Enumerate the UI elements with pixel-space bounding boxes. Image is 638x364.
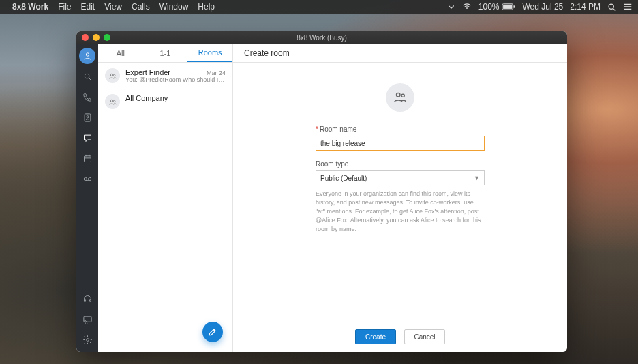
room-item[interactable]: All Company xyxy=(98,89,232,115)
group-avatar-icon xyxy=(105,68,120,83)
rooms-panel: All 1-1 Rooms Expert FinderMar 24 You: @… xyxy=(98,44,233,352)
menu-file[interactable]: File xyxy=(58,2,71,12)
desktop-background: 8x8 Work File Edit View Calls Window Hel… xyxy=(0,0,638,364)
nav-contacts[interactable] xyxy=(79,109,95,125)
room-name-input[interactable] xyxy=(316,136,485,151)
svg-point-4 xyxy=(86,52,89,55)
svg-point-9 xyxy=(84,177,87,180)
app-window: 8x8 Work (Busy) All 1-1 Rooms xyxy=(76,31,567,352)
svg-rect-1 xyxy=(514,5,515,7)
menu-extras-icon[interactable] xyxy=(623,2,633,12)
nav-search[interactable] xyxy=(79,68,95,85)
room-type-help: Everyone in your organization can find t… xyxy=(316,189,485,234)
nav-settings[interactable] xyxy=(79,331,95,348)
room-type-label: Room type xyxy=(316,160,485,168)
room-preview: You: @PredictRoom Who should I ask a... xyxy=(125,76,226,83)
group-avatar-icon xyxy=(105,94,120,109)
chevron-down-icon: ▼ xyxy=(474,175,480,181)
compose-button[interactable] xyxy=(202,322,223,342)
nav-profile[interactable] xyxy=(79,48,95,64)
room-type-select[interactable]: Public (Default) ▼ xyxy=(316,170,485,185)
svg-point-14 xyxy=(113,74,115,76)
main-heading: Create room xyxy=(233,44,567,63)
status-dropdown-icon[interactable] xyxy=(447,3,455,11)
menu-help[interactable]: Help xyxy=(198,2,215,12)
nav-cast[interactable] xyxy=(79,311,95,327)
menu-window[interactable]: Window xyxy=(160,2,189,12)
menubar-time[interactable]: 2:14 PM xyxy=(570,2,601,12)
svg-point-3 xyxy=(609,4,613,9)
svg-point-7 xyxy=(86,115,88,117)
spotlight-icon[interactable] xyxy=(607,3,616,12)
app-menu[interactable]: 8x8 Work xyxy=(12,2,48,12)
svg-rect-2 xyxy=(504,5,513,9)
rooms-tabs: All 1-1 Rooms xyxy=(98,44,232,63)
nav-meetings[interactable] xyxy=(79,150,95,166)
menu-calls[interactable]: Calls xyxy=(132,2,150,12)
room-type-value: Public (Default) xyxy=(320,175,367,182)
svg-point-12 xyxy=(86,338,89,341)
left-nav-rail xyxy=(76,44,98,352)
svg-point-10 xyxy=(88,177,91,180)
svg-point-18 xyxy=(401,94,404,97)
room-list: Expert FinderMar 24 You: @PredictRoom Wh… xyxy=(98,63,232,352)
tab-all[interactable]: All xyxy=(98,44,143,62)
svg-rect-11 xyxy=(83,316,91,322)
svg-point-15 xyxy=(110,100,112,102)
window-title: 8x8 Work (Busy) xyxy=(76,34,567,42)
svg-rect-8 xyxy=(84,155,91,162)
battery-status[interactable]: 100% xyxy=(478,2,516,12)
room-date: Mar 24 xyxy=(207,70,226,76)
wifi-icon[interactable] xyxy=(462,2,472,12)
macos-menubar: 8x8 Work File Edit View Calls Window Hel… xyxy=(0,0,638,14)
nav-messages[interactable] xyxy=(79,130,95,146)
form-footer: Create Cancel xyxy=(233,322,567,352)
nav-calls[interactable] xyxy=(79,89,95,105)
menu-edit[interactable]: Edit xyxy=(80,2,95,12)
nav-voicemail[interactable] xyxy=(79,170,95,187)
nav-headset[interactable] xyxy=(79,290,95,307)
room-item[interactable]: Expert FinderMar 24 You: @PredictRoom Wh… xyxy=(98,63,232,89)
svg-point-17 xyxy=(397,93,401,97)
room-name-label: *Room name xyxy=(316,125,485,133)
tab-1-1[interactable]: 1-1 xyxy=(143,44,188,62)
room-avatar-placeholder[interactable] xyxy=(386,83,414,112)
menubar-date[interactable]: Wed Jul 25 xyxy=(522,2,563,12)
window-titlebar[interactable]: 8x8 Work (Busy) xyxy=(76,31,567,44)
svg-point-16 xyxy=(113,100,115,102)
svg-point-13 xyxy=(110,74,112,76)
create-button[interactable]: Create xyxy=(355,329,396,344)
tab-rooms[interactable]: Rooms xyxy=(187,44,232,62)
main-panel: Create room *Room name Room type xyxy=(233,44,567,352)
room-name: Expert Finder xyxy=(125,68,170,76)
room-name: All Company xyxy=(125,94,168,102)
svg-point-5 xyxy=(85,74,89,78)
cancel-button[interactable]: Cancel xyxy=(404,329,445,344)
menu-view[interactable]: View xyxy=(104,2,122,12)
